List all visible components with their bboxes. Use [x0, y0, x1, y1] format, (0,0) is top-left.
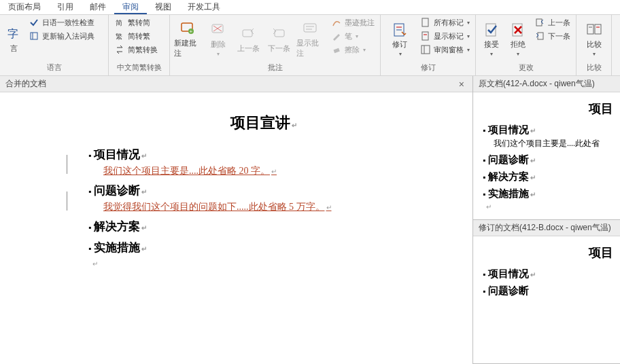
ink-comment[interactable]: 墨迹批注: [330, 16, 376, 29]
revised-document[interactable]: 项目 项目情况 问题诊断: [473, 236, 620, 304]
update-ime-dictionary[interactable]: 更新输入法词典: [27, 30, 96, 42]
track-changes-button[interactable]: 修订▾: [385, 16, 415, 62]
display-for-review[interactable]: 所有标记▾: [419, 16, 471, 29]
main-pane-header: 合并的文档 ×: [0, 76, 472, 92]
track-icon: [392, 22, 408, 38]
reviewing-pane[interactable]: 审阅窗格▾: [419, 43, 471, 56]
heading-3: 解决方案: [88, 219, 438, 234]
label: 新建批注: [174, 38, 201, 58]
heading-2: 问题诊断: [88, 183, 438, 198]
convert-icon: [114, 44, 125, 55]
tab-references[interactable]: 引用: [49, 0, 82, 14]
group-label-conversion: 中文简繁转换: [113, 62, 165, 74]
chevron-down-icon: ▾: [490, 51, 493, 57]
label: 擦除: [345, 45, 360, 55]
next-comment-button[interactable]: 下一条: [266, 16, 292, 62]
eraser-icon: [331, 44, 342, 55]
label: 显示标记: [434, 31, 464, 41]
workspace: 合并的文档 × 项目宣讲 项目情况 我们这个项目主要是....此处省略 20 字…: [0, 76, 620, 364]
tab-developer[interactable]: 开发工具: [179, 0, 228, 14]
side-heading: 项目情况: [483, 124, 615, 136]
label: 繁转简: [128, 18, 150, 28]
svg-rect-20: [422, 18, 428, 26]
tab-review[interactable]: 审阅: [114, 0, 147, 14]
chevron-down-icon: ▾: [467, 47, 470, 53]
ink-icon: [331, 17, 342, 28]
original-document[interactable]: 项目 项目情况 我们这个项目主要是....此处省 问题诊断 解决方案 实施措施: [473, 92, 620, 217]
reject-icon: [510, 22, 526, 38]
trad-to-simp[interactable]: 简繁转简: [113, 16, 159, 29]
svg-rect-1: [31, 33, 37, 39]
side-doc-title: 项目: [483, 101, 615, 117]
svg-rect-25: [486, 24, 496, 36]
revised-pane-header: 修订的文档(412-B.docx - qiwen气温): [473, 220, 620, 236]
check-icon: [29, 17, 39, 28]
group-tracking: 修订▾ 所有标记▾ 显示标记▾ 审阅窗格▾ 修订: [381, 15, 476, 75]
ribbon-tabs: 页面布局 引用 邮件 审阅 视图 开发工具: [0, 0, 620, 15]
language-big-button[interactable]: 字 言: [4, 16, 23, 62]
prev-comment-button[interactable]: 上一条: [235, 16, 262, 62]
chevron-down-icon: ▾: [399, 51, 402, 57]
svg-rect-13: [304, 24, 316, 32]
tab-mail[interactable]: 邮件: [82, 0, 114, 14]
svg-rect-28: [538, 33, 543, 39]
label: 审阅窗格: [434, 45, 464, 55]
eraser-button[interactable]: 擦除▾: [330, 43, 376, 56]
main-compare-pane: 合并的文档 × 项目宣讲 项目情况 我们这个项目主要是....此处省略 20 字…: [0, 76, 473, 364]
label: 所有标记: [434, 18, 464, 28]
delete-comment-button[interactable]: 删除▾: [205, 16, 231, 62]
side-heading: 问题诊断: [483, 153, 615, 166]
simp-to-trad[interactable]: 繁简转繁: [113, 30, 159, 42]
group-label-annotations: 批注: [174, 62, 376, 74]
side-panes: 原文档(412-A.docx - qiwen气温) 项目 项目情况 我们这个项目…: [473, 76, 620, 364]
side-heading: 解决方案: [483, 170, 615, 183]
svg-text:+: +: [189, 29, 192, 35]
new-comment-icon: +: [179, 20, 196, 37]
japanese-consistency-check[interactable]: 日语一致性检查: [27, 16, 96, 29]
simp-trad-convert[interactable]: 简繁转换: [113, 43, 159, 56]
svg-text:繁: 繁: [116, 33, 122, 40]
pen-button[interactable]: 笔▾: [330, 30, 376, 42]
accept-button[interactable]: 接受▾: [480, 16, 502, 62]
doc-title: 项目宣讲: [88, 113, 438, 133]
show-comments-icon: [302, 20, 318, 37]
revised-doc-pane: 修订的文档(412-B.docx - qiwen气温) 项目 项目情况 问题诊断: [473, 220, 620, 364]
reject-button[interactable]: 拒绝▾: [506, 16, 529, 62]
label: 笔: [345, 31, 352, 41]
chevron-down-icon: ▾: [356, 33, 358, 39]
side-heading: 问题诊断: [483, 285, 615, 297]
group-changes: 接受▾ 拒绝▾ 上一条 下一条 更改: [476, 15, 576, 75]
change-bar: [67, 155, 67, 174]
convert-icon: 简: [114, 17, 125, 28]
tab-view[interactable]: 视图: [147, 0, 179, 14]
markup-icon: [420, 31, 431, 41]
pane-icon: [420, 44, 431, 55]
main-document-area[interactable]: 项目宣讲 项目情况 我们这个项目主要是....此处省略 20 字。 问题诊断 我…: [0, 92, 472, 364]
compare-icon: [586, 22, 602, 38]
svg-rect-16: [334, 48, 340, 53]
tracked-insert-2: 我觉得我们这个项目的问题如下.....此处省略 5 万字。: [103, 201, 438, 213]
svg-rect-21: [422, 32, 428, 40]
next-icon: [271, 26, 288, 42]
show-comments-button[interactable]: 显示批注: [296, 16, 323, 62]
show-markup[interactable]: 显示标记▾: [419, 30, 471, 42]
chevron-down-icon: ▾: [467, 20, 470, 26]
prev-change[interactable]: 上一条: [533, 16, 572, 29]
chevron-down-icon: ▾: [467, 33, 470, 39]
label: 简繁转换: [128, 45, 158, 55]
label: 墨迹批注: [345, 18, 375, 28]
close-icon[interactable]: ×: [456, 79, 467, 90]
compare-button[interactable]: 比较▾: [581, 16, 607, 62]
chevron-down-icon: ▾: [517, 51, 519, 57]
pen-icon: [331, 31, 342, 41]
label: 比较: [587, 39, 602, 50]
main-pane-title: 合并的文档: [5, 78, 46, 90]
new-comment-button[interactable]: + 新建批注: [174, 16, 201, 62]
para-mark: [483, 202, 615, 212]
group-label-tracking: 修订: [385, 62, 471, 74]
next-change-icon: [534, 31, 545, 41]
label: 下一条: [548, 31, 570, 41]
next-change[interactable]: 下一条: [533, 30, 572, 42]
side-doc-title: 项目: [483, 244, 615, 261]
tab-page-layout[interactable]: 页面布局: [0, 0, 49, 14]
